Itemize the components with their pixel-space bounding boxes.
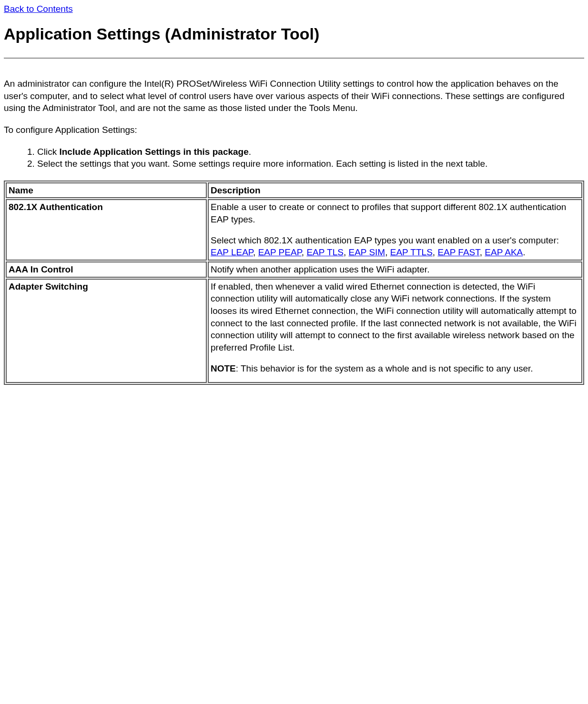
row1-name: 802.1X Authentication [6,199,207,261]
steps-list: Click Include Application Settings in th… [4,146,584,170]
settings-table: Name Description 802.1X Authentication E… [4,181,584,385]
row3-note: NOTE: This behavior is for the system as… [211,362,579,375]
step-1-bold: Include Application Settings in this pac… [59,147,248,157]
period: . [523,247,525,257]
step-1: Click Include Application Settings in th… [37,146,584,158]
step-2: Select the settings that you want. Some … [37,158,584,170]
eap-ttls-link[interactable]: EAP TTLS [390,247,433,257]
eap-fast-link[interactable]: EAP FAST [437,247,479,257]
eap-aka-link[interactable]: EAP AKA [485,247,523,257]
sep: , [253,247,258,257]
sep: , [344,247,349,257]
step-1-pre: Click [37,147,59,157]
row1-p2: Select which 802.1X authentication EAP t… [211,234,579,259]
configure-label: To configure Application Settings: [4,124,584,136]
row1-p1: Enable a user to create or connect to pr… [211,201,579,225]
eap-sim-link[interactable]: EAP SIM [348,247,385,257]
divider [4,58,584,59]
table-row: AAA In Control Notify when another appli… [6,261,582,278]
eap-leap-link[interactable]: EAP LEAP [211,247,253,257]
row3-name: Adapter Switching [6,279,207,383]
table-header-row: Name Description [6,182,582,199]
table-header-name: Name [6,182,207,199]
sep: , [433,247,438,257]
table-row: Adapter Switching If enabled, then whene… [6,279,582,383]
table-header-description: Description [208,182,582,199]
sep: , [480,247,485,257]
sep: , [385,247,390,257]
page-title: Application Settings (Administrator Tool… [4,25,584,43]
step-1-post: . [249,147,251,157]
row2-description: Notify when another application uses the… [208,261,582,278]
eap-peap-link[interactable]: EAP PEAP [258,247,302,257]
table-row: 802.1X Authentication Enable a user to c… [6,199,582,261]
row1-description: Enable a user to create or connect to pr… [208,199,582,261]
eap-tls-link[interactable]: EAP TLS [306,247,343,257]
back-to-contents-link[interactable]: Back to Contents [4,4,73,14]
row2-name: AAA In Control [6,261,207,278]
note-label: NOTE [211,363,236,373]
row3-description: If enabled, then whenever a valid wired … [208,279,582,383]
intro-paragraph: An administrator can configure the Intel… [4,78,584,114]
row3-p1: If enabled, then whenever a valid wired … [211,281,579,354]
row1-p2-pre: Select which 802.1X authentication EAP t… [211,235,559,245]
note-text: : This behavior is for the system as a w… [236,363,533,373]
sep: , [302,247,307,257]
